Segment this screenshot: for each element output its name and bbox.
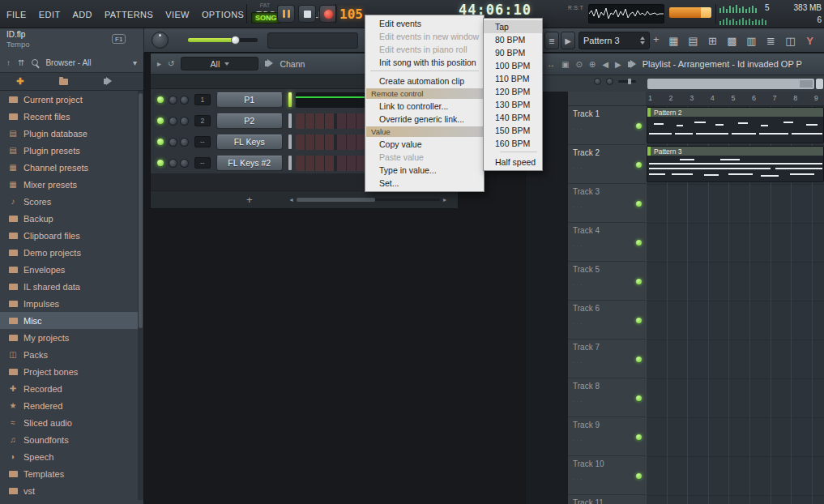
mini-knob[interactable] [594,78,601,85]
prev-arrangement-icon[interactable]: ◀ [602,60,608,69]
mini-slider[interactable] [618,80,636,83]
context-menu-item[interactable]: Edit events in new window [365,30,484,43]
pattern-clip[interactable]: Pattern 2 [647,107,824,143]
playlist-horizontal-scrollbar[interactable] [647,79,814,89]
browser-item[interactable]: Backup [0,210,143,227]
menu-item[interactable]: OPTIONS [202,10,244,19]
add-tab-icon[interactable]: ✚ [16,76,23,87]
mixer-icon[interactable]: ▩ [726,35,738,47]
channel-pan-knob[interactable] [169,117,177,126]
clip-header[interactable]: Pattern 2 [647,108,823,117]
browser-menu-icon[interactable]: ▾ [133,58,137,67]
context-menu-item[interactable]: Edit events [365,17,484,30]
bpm-menu-item[interactable]: 160 BPM [484,137,542,150]
channel-volume-knob[interactable] [180,138,189,147]
touch-keyboard-icon[interactable]: ◫ [784,35,796,47]
track-options[interactable]: ··· [573,476,584,483]
add-pattern-button[interactable]: + [653,33,660,45]
pat-mode-button[interactable]: PAT [251,2,279,8]
context-menu-item[interactable]: Init song with this position [365,56,484,69]
bpm-menu-item[interactable]: 150 BPM [484,124,542,137]
detach-icon[interactable]: ↔ [547,60,555,69]
menu-item[interactable]: ADD [73,10,92,19]
browser-item[interactable]: Templates [0,465,143,482]
grid-snap-icon[interactable]: ▣ [561,60,569,69]
channel-volume-knob[interactable] [180,159,189,168]
browser-item[interactable]: ✚ Recorded [0,380,143,397]
channel-enable-led[interactable] [157,96,164,103]
bpm-menu-item[interactable]: 140 BPM [484,111,542,124]
browser-scrollbar[interactable] [138,91,143,500]
channel-enable-led[interactable] [157,139,164,145]
channel-select-indicator[interactable] [288,135,292,149]
channel-enable-led[interactable] [157,117,164,124]
track-options[interactable]: ··· [573,359,584,366]
pattern-selector[interactable]: Pattern 3 [579,32,650,49]
track-options[interactable]: ··· [573,437,584,444]
browser-item[interactable]: ▤ Plugin presets [0,142,143,159]
track-header[interactable]: Track 8 ··· [568,378,646,417]
channel-filter-dropdown[interactable]: All [181,57,258,70]
context-menu-item[interactable]: Paste value [365,151,484,164]
browser-item[interactable]: ♪ Scores [0,193,143,210]
browser-item[interactable]: ♫ Soundfonts [0,431,143,448]
context-menu-item[interactable]: Create automation clip [365,75,484,88]
channel-name-button[interactable]: FL Keys #2 [216,156,283,171]
tuning-icon[interactable]: Y [804,35,816,47]
add-channel-button[interactable]: + [246,194,253,206]
track-header[interactable]: Track 7 ··· [568,340,646,378]
scroll-right-icon[interactable]: ▸ [443,196,446,203]
bpm-menu-item[interactable]: 100 BPM [484,59,542,72]
browser-view-icon[interactable]: ▥ [745,35,758,47]
scroll-left-icon[interactable]: ◂ [290,196,293,203]
channel-name-button[interactable]: FL Keys [216,135,283,150]
track-header[interactable]: Track 2 ··· [568,145,646,184]
browser-item[interactable]: My projects [0,329,143,346]
menu-item[interactable]: EDIT [39,10,61,19]
bpm-menu-item[interactable]: 80 BPM [484,33,542,46]
browser-item[interactable]: Misc [0,312,143,329]
browser-item[interactable]: Demo projects [0,244,143,261]
clip-header[interactable]: Pattern 3 [647,147,823,156]
mini-knob[interactable] [606,78,613,85]
channel-volume-knob[interactable] [180,96,189,105]
track-enable-led[interactable] [636,473,642,479]
context-menu-item[interactable]: Set... [365,177,484,190]
track-header[interactable]: Track 4 ··· [568,223,646,262]
browser-item[interactable]: Impulses [0,295,143,312]
browser-item[interactable]: ▦ Mixer presets [0,176,143,193]
pause-button[interactable] [277,5,295,23]
track-header[interactable]: Track 3 ··· [568,184,646,223]
track-enable-led[interactable] [636,123,642,129]
browser-item[interactable]: Envelopes [0,261,143,278]
sounds-tab-icon[interactable] [104,79,107,84]
bpm-menu-item[interactable]: 90 BPM [484,46,542,59]
channel-select-indicator[interactable] [288,156,292,170]
browser-item[interactable]: Current project [0,91,143,108]
master-volume-slider[interactable] [188,38,258,42]
track-enable-led[interactable] [636,318,642,323]
track-enable-led[interactable] [636,434,642,440]
pattern-clip[interactable]: Pattern 3 [647,146,824,182]
browser-item[interactable]: IL shared data [0,278,143,295]
scroll-track[interactable] [297,199,440,201]
bpm-menu-item[interactable]: 110 BPM [484,72,542,85]
menu-item[interactable]: FILE [6,10,27,19]
channel-pan-knob[interactable] [169,159,177,168]
context-menu-item[interactable]: Copy value [365,138,484,151]
browser-item[interactable]: ◫ Packs [0,346,143,363]
browser-item[interactable]: ▦ Channel presets [0,159,143,176]
channel-name-button[interactable]: P2 [216,113,283,129]
channel-select-indicator[interactable] [288,92,292,107]
track-options[interactable]: ··· [573,242,584,250]
channel-pan-knob[interactable] [169,96,177,105]
context-menu-item[interactable]: Type in value... [365,164,484,177]
channel-name-button[interactable]: P1 [216,92,283,108]
rack-swing-icon[interactable]: ↺ [168,59,174,68]
playlist-view-icon[interactable]: ▦ [668,35,680,47]
track-header[interactable]: Track 5 ··· [568,262,646,301]
track-enable-led[interactable] [636,357,642,362]
channel-select-indicator[interactable] [288,113,292,128]
plugin-picker-icon[interactable]: ≣ [765,35,777,47]
track-options[interactable]: ··· [573,281,584,288]
